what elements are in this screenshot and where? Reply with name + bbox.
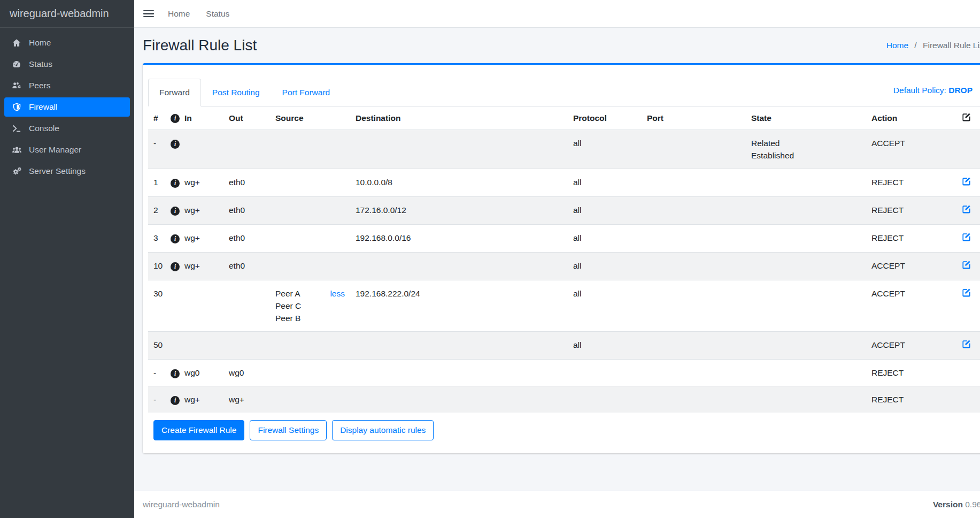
rule-number: 30	[148, 280, 165, 332]
firewall-settings-button[interactable]: Firewall Settings	[250, 420, 327, 440]
edit-rule-button[interactable]	[961, 232, 971, 242]
column-edit	[956, 106, 980, 130]
info-icon[interactable]: i	[171, 114, 180, 123]
tab-port-forward[interactable]: Port Forward	[271, 79, 342, 106]
rule-out: eth0	[223, 169, 270, 197]
rule-out	[223, 332, 270, 360]
action-buttons: Create Firewall RuleFirewall SettingsDis…	[153, 420, 980, 440]
sidebar-item-firewall[interactable]: Firewall	[4, 97, 130, 117]
rule-state	[746, 253, 866, 280]
edit-icon[interactable]	[961, 112, 971, 122]
rule-action: REJECT	[866, 386, 956, 413]
table-row: -iwg+wg+REJECT	[148, 386, 980, 413]
source-peer: Peer C	[275, 300, 345, 312]
sidebar-brand[interactable]: wireguard-webadmin	[0, 0, 134, 28]
sidebar-item-home[interactable]: Home	[4, 33, 130, 52]
source-less-link[interactable]: less	[330, 287, 345, 300]
rule-edit-cell	[956, 225, 980, 253]
sidebar-item-peers[interactable]: Peers	[4, 76, 130, 95]
tab-forward[interactable]: Forward	[148, 79, 201, 106]
info-icon[interactable]: i	[171, 262, 180, 271]
edit-rule-button[interactable]	[961, 339, 971, 349]
sidebar-item-console[interactable]: Console	[4, 119, 130, 138]
rule-number: 3	[148, 225, 165, 253]
rule-action: ACCEPT	[866, 332, 956, 360]
edit-rule-button[interactable]	[961, 204, 971, 214]
navbar-link-home[interactable]: Home	[168, 9, 190, 18]
edit-rule-button[interactable]	[961, 176, 971, 186]
rule-info-cell: i	[165, 225, 179, 253]
rule-edit-cell	[956, 280, 980, 332]
sidebar-item-status[interactable]: Status	[4, 55, 130, 74]
edit-rule-button[interactable]	[961, 260, 971, 270]
rule-in: wg0	[179, 360, 223, 386]
sidebar-item-server-settings[interactable]: Server Settings	[4, 162, 130, 181]
rule-state: RelatedEstablished	[746, 130, 866, 169]
rule-info-cell: i	[165, 386, 179, 413]
sidebar-item-label: Status	[29, 59, 52, 69]
footer-brand: wireguard-webadmin	[143, 500, 220, 509]
column-port: Port	[642, 106, 746, 130]
rule-in: wg+	[179, 253, 223, 280]
column-protocol: Protocol	[568, 106, 642, 130]
rule-protocol: all	[568, 197, 642, 225]
rule-protocol: all	[568, 169, 642, 197]
rule-out	[223, 280, 270, 332]
column-out: Out	[223, 106, 270, 130]
rule-source	[270, 386, 350, 413]
rule-out: eth0	[223, 197, 270, 225]
rule-in	[179, 280, 223, 332]
edit-rule-button[interactable]	[961, 287, 971, 298]
rule-in: wg+	[179, 197, 223, 225]
info-icon[interactable]: i	[171, 207, 180, 216]
rule-number: 1	[148, 169, 165, 197]
display-automatic-rules-button[interactable]: Display automatic rules	[332, 420, 434, 440]
source-peer: Peer B	[275, 312, 345, 324]
info-icon[interactable]: i	[171, 234, 180, 243]
breadcrumb: Home / Firewall Rule List	[886, 41, 980, 50]
rule-in	[179, 332, 223, 360]
cogs-icon	[9, 166, 25, 176]
rule-action: ACCEPT	[866, 280, 956, 332]
rule-port	[642, 360, 746, 386]
default-policy-link[interactable]: Default Policy: DROP	[893, 86, 980, 100]
info-icon[interactable]: i	[171, 396, 180, 405]
info-icon[interactable]: i	[171, 179, 180, 188]
tab-post-routing[interactable]: Post Routing	[201, 79, 271, 106]
rule-destination	[350, 253, 568, 280]
firewall-card-body: ForwardPost RoutingPort ForwardDefault P…	[143, 65, 980, 453]
table-row: 1iwg+eth010.0.0.0/8allREJECT	[148, 169, 980, 197]
navbar-link-status[interactable]: Status	[206, 9, 229, 18]
rule-number: -	[148, 360, 165, 386]
table-header: #iInOutSourceDestinationProtocolPortStat…	[148, 106, 980, 130]
source-peer: Peer A	[275, 287, 300, 300]
column-destination: Destination	[350, 106, 568, 130]
sidebar-toggle-icon[interactable]	[143, 9, 154, 19]
breadcrumb-home-link[interactable]: Home	[886, 41, 908, 50]
state-line: Established	[751, 149, 861, 162]
sidebar-item-label: Firewall	[29, 102, 57, 112]
rule-state	[746, 197, 866, 225]
rule-info-cell: i	[165, 360, 179, 386]
page: wireguard-webadmin HomeStatusPeersFirewa…	[0, 0, 980, 518]
footer-version: Version 0.960	[933, 500, 980, 509]
rule-protocol	[568, 360, 642, 386]
content-header: Firewall Rule List Home / Firewall Rule …	[134, 28, 980, 63]
column-blank: #	[148, 106, 165, 130]
sidebar-item-user-manager[interactable]: User Manager	[4, 140, 130, 159]
rule-edit-cell	[956, 386, 980, 413]
info-icon[interactable]: i	[171, 140, 180, 149]
create-firewall-rule-button[interactable]: Create Firewall Rule	[153, 420, 244, 440]
rule-state	[746, 360, 866, 386]
info-icon[interactable]: i	[171, 369, 180, 378]
rule-protocol: all	[568, 253, 642, 280]
table-row: 50allACCEPT	[148, 332, 980, 360]
rule-protocol: all	[568, 332, 642, 360]
rule-destination	[350, 332, 568, 360]
table-row: -iwg0wg0REJECT	[148, 360, 980, 386]
state-line: Related	[751, 137, 861, 149]
rule-port	[642, 169, 746, 197]
column-source: Source	[270, 106, 350, 130]
rule-number: 10	[148, 253, 165, 280]
table-row: 10iwg+eth0allACCEPT	[148, 253, 980, 280]
